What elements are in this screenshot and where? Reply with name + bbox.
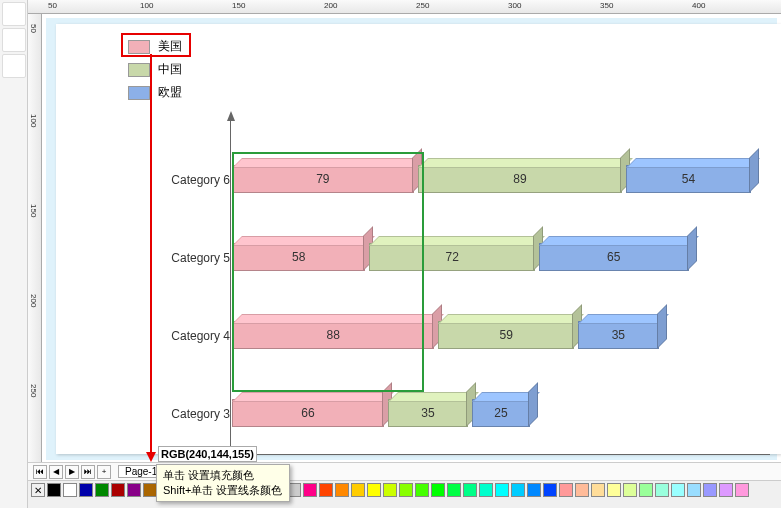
palette-swatch[interactable]: [607, 483, 621, 497]
bar-segment[interactable]: 35: [578, 321, 659, 349]
palette-swatch[interactable]: [143, 483, 157, 497]
bottom-bar: ⏮ ◀ ▶ ⏭ + Page-1 ✕: [28, 462, 781, 508]
palette-swatch[interactable]: [463, 483, 477, 497]
palette-swatch[interactable]: [559, 483, 573, 497]
category-label: Category 5: [150, 251, 230, 265]
palette-swatch[interactable]: [95, 483, 109, 497]
palette-swatch[interactable]: [671, 483, 685, 497]
tool-button[interactable]: [2, 54, 26, 78]
nav-next-icon[interactable]: ▶: [65, 465, 79, 479]
palette-swatch[interactable]: [511, 483, 525, 497]
palette-swatch[interactable]: [415, 483, 429, 497]
nav-last-icon[interactable]: ⏭: [81, 465, 95, 479]
x-axis: [230, 454, 770, 455]
page-navigator: ⏮ ◀ ▶ ⏭ + Page-1: [28, 463, 781, 481]
palette-swatch[interactable]: [575, 483, 589, 497]
vertical-ruler: 50100150200250: [28, 14, 42, 508]
y-axis: [230, 119, 231, 455]
legend-item[interactable]: 欧盟: [128, 84, 198, 101]
nav-prev-icon[interactable]: ◀: [49, 465, 63, 479]
palette-swatch[interactable]: [687, 483, 701, 497]
bar-segment[interactable]: 89: [418, 165, 623, 193]
palette-swatch[interactable]: [623, 483, 637, 497]
bar-chart[interactable]: Category 6798954Category 5587265Category…: [160, 125, 770, 455]
tool-button[interactable]: [2, 28, 26, 52]
palette-swatch[interactable]: [495, 483, 509, 497]
palette-swatch[interactable]: [703, 483, 717, 497]
no-color-swatch[interactable]: ✕: [31, 483, 45, 497]
palette-swatch[interactable]: [351, 483, 365, 497]
palette-swatch[interactable]: [383, 483, 397, 497]
bar-segment[interactable]: 72: [369, 243, 535, 271]
annotation-arrow: [150, 54, 152, 460]
category-label: Category 3: [150, 407, 230, 421]
palette-swatch[interactable]: [111, 483, 125, 497]
palette-swatch[interactable]: [399, 483, 413, 497]
palette-swatch[interactable]: [47, 483, 61, 497]
color-tooltip: 单击 设置填充颜色 Shift+单击 设置线条颜色: [156, 464, 290, 502]
legend-label: 欧盟: [158, 84, 182, 101]
palette-swatch[interactable]: [719, 483, 733, 497]
bar-segment[interactable]: 66: [232, 399, 384, 427]
bar-segment[interactable]: 65: [539, 243, 689, 271]
left-toolbar: [0, 0, 28, 508]
palette-swatch[interactable]: [63, 483, 77, 497]
palette-swatch[interactable]: [639, 483, 653, 497]
palette-swatch[interactable]: [655, 483, 669, 497]
bar-segment[interactable]: 59: [438, 321, 574, 349]
bar-segment[interactable]: 58: [232, 243, 365, 271]
palette-swatch[interactable]: [543, 483, 557, 497]
palette-swatch[interactable]: [479, 483, 493, 497]
palette-swatch[interactable]: [335, 483, 349, 497]
bar-segment[interactable]: 25: [472, 399, 530, 427]
bar-segment[interactable]: 54: [626, 165, 750, 193]
palette-swatch[interactable]: [367, 483, 381, 497]
legend-label: 中国: [158, 61, 182, 78]
tool-button[interactable]: [2, 2, 26, 26]
nav-add-icon[interactable]: +: [97, 465, 111, 479]
color-palette: ✕: [28, 481, 781, 507]
category-label: Category 6: [150, 173, 230, 187]
nav-first-icon[interactable]: ⏮: [33, 465, 47, 479]
legend-swatch: [128, 86, 150, 100]
palette-swatch[interactable]: [127, 483, 141, 497]
legend-swatch: [128, 63, 150, 77]
tooltip-line: Shift+单击 设置线条颜色: [163, 483, 283, 498]
bar-segment[interactable]: 88: [232, 321, 434, 349]
palette-swatch[interactable]: [527, 483, 541, 497]
tooltip-line: 单击 设置填充颜色: [163, 468, 283, 483]
palette-swatch[interactable]: [447, 483, 461, 497]
palette-swatch[interactable]: [735, 483, 749, 497]
bar-segment[interactable]: 35: [388, 399, 469, 427]
category-label: Category 4: [150, 329, 230, 343]
rgb-readout: RGB(240,144,155): [158, 446, 257, 462]
palette-swatch[interactable]: [431, 483, 445, 497]
legend-item[interactable]: 中国: [128, 61, 198, 78]
palette-swatch[interactable]: [591, 483, 605, 497]
palette-swatch[interactable]: [303, 483, 317, 497]
palette-swatch[interactable]: [79, 483, 93, 497]
horizontal-ruler: 50100150200250300350400: [28, 0, 781, 14]
legend-highlight-box: [121, 33, 191, 57]
bar-segment[interactable]: 79: [232, 165, 414, 193]
palette-swatch[interactable]: [319, 483, 333, 497]
